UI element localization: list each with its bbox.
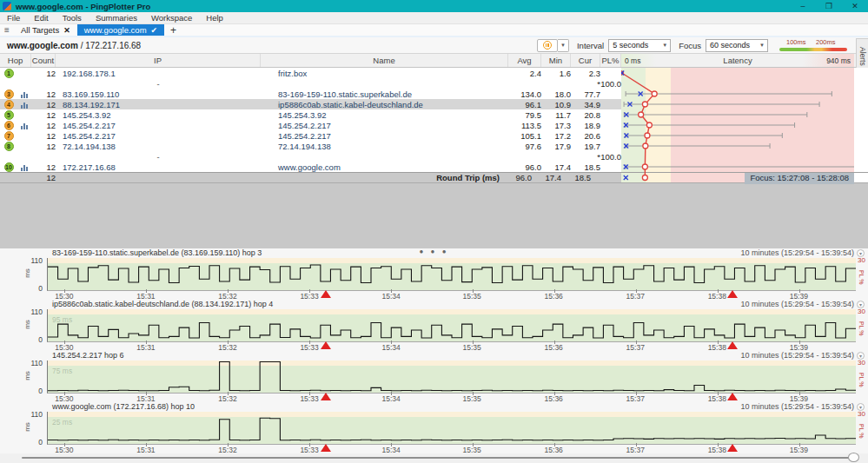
timeline-x-axis: 15:3015:3115:3215:3315:3415:3515:3615:37… [47, 291, 856, 300]
legend-gradient-bar [779, 48, 847, 51]
timeline-period-selector[interactable]: 10 minutes (15:29:54 - 15:39:54)▾ [740, 351, 865, 360]
ip-cell: 145.254.2.217 [56, 121, 261, 130]
tab-www-google-com[interactable]: www.google.com ✔ [77, 24, 164, 36]
menu-item-workspace[interactable]: Workspace [144, 12, 199, 24]
timeline-graph-hop: 145.254.2.217 hop 610 minutes (15:29:54 … [0, 351, 868, 402]
title-bar: www.google.com - PingPlotter Pro – ❐ ✕ [0, 0, 868, 12]
name-cell: 72.14.194.138 [261, 142, 508, 151]
ip-cell: 88.134.192.171 [56, 100, 261, 109]
time-scrollbar-track[interactable] [22, 457, 856, 459]
close-button[interactable]: ✕ [842, 0, 868, 12]
hop-cell: 5 [0, 110, 17, 120]
splitter-area[interactable] [0, 183, 868, 248]
timeline-plot[interactable]: 95 ms [47, 309, 856, 342]
timeline-y-axis: 110ms0 [0, 360, 45, 394]
hop-cell: 3 [0, 89, 17, 99]
tab-all-targets[interactable]: All Targets ✕ [14, 24, 77, 36]
pause-dropdown-button[interactable]: ▼ [558, 39, 569, 52]
menu-item-tools[interactable]: Tools [56, 12, 89, 24]
timeline-plot[interactable]: 25 ms [47, 412, 856, 445]
cur-cell: 19.7 [571, 142, 600, 151]
col-header-ip[interactable]: IP [56, 54, 261, 67]
tab-all-targets-label: All Targets [21, 25, 59, 35]
ip-cell: 192.168.178.1 [56, 69, 261, 78]
hamburger-icon[interactable]: ≡ [0, 24, 14, 36]
hop-badge: 4 [4, 100, 14, 109]
hop-cell: 8 [0, 142, 17, 151]
timeline-period-selector[interactable]: 10 minutes (15:29:54 - 15:39:54)▾ [740, 300, 865, 308]
count-cell: 12 [31, 100, 56, 109]
min-cell: 11.7 [541, 110, 571, 120]
timeline-period-selector[interactable]: 10 minutes (15:29:54 - 15:39:54)▾ [740, 402, 865, 411]
menu-item-file[interactable]: File [0, 12, 27, 24]
timeline-graph-icon [17, 122, 31, 129]
timeline-graph-icon [17, 69, 31, 77]
timeline-y-axis: 110ms0 [0, 258, 45, 291]
avg-cell: 105.1 [508, 131, 541, 141]
packet-loss-marker-icon [321, 393, 331, 400]
tab-active-label: www.google.com [84, 25, 147, 35]
minimize-button[interactable]: – [790, 0, 816, 12]
round-trip-min: 17.4 [532, 173, 561, 182]
cur-cell: 20.8 [571, 110, 600, 120]
col-header-cur[interactable]: Cur [571, 54, 600, 67]
timeline-x-axis: 15:3015:3115:3215:3315:3415:3515:3615:37… [47, 445, 856, 453]
timeline-packet-loss-axis: 30PL % [856, 309, 868, 347]
timeline-graph-hop: ip5886c0ab.static.kabel-deutschland.de (… [0, 300, 868, 351]
avg-cell: 79.5 [508, 110, 541, 120]
hop-badge: 8 [4, 142, 14, 151]
timeline-x-axis: 15:3015:3115:3215:3315:3415:3515:3615:37… [47, 342, 856, 351]
timeline-period-label: 10 minutes (15:29:54 - 15:39:54) [740, 248, 854, 257]
round-trip-count: 12 [31, 173, 56, 182]
timeline-graph-icon [17, 142, 31, 150]
min-cell: 17.9 [541, 142, 571, 151]
timeline-x-axis: 15:3015:3115:3215:3315:3415:3515:3615:37… [47, 394, 856, 402]
col-header-count[interactable]: Count [31, 54, 56, 67]
min-cell: 17.4 [541, 162, 571, 172]
packet-loss-marker-icon [727, 341, 738, 349]
chevron-down-icon: ▼ [759, 43, 765, 48]
timeline-graph-icon [17, 80, 31, 88]
chevron-down-icon: ▼ [662, 43, 667, 48]
timeline-graphs: ● ● ● 83-169-159-110.static.superkabel.d… [0, 248, 868, 453]
new-tab-button[interactable]: + [164, 24, 182, 36]
legend-200ms-label: 200ms [816, 38, 836, 46]
hop-cell: 4 [0, 100, 17, 109]
target-name: www.google.com [7, 41, 78, 50]
time-scrollbar-thumb[interactable] [848, 453, 859, 462]
col-header-avg[interactable]: Avg [508, 54, 541, 67]
cur-cell: 18.5 [571, 162, 600, 172]
menu-item-help[interactable]: Help [199, 12, 230, 24]
timeline-packet-loss-axis: 30PL % [856, 360, 868, 399]
menu-item-edit[interactable]: Edit [27, 12, 55, 24]
name-cell: fritz.box [261, 69, 508, 78]
menu-bar: FileEditToolsSummariesWorkspaceHelp [0, 12, 868, 24]
col-header-hop[interactable]: Hop [0, 54, 31, 67]
maximize-button[interactable]: ❐ [816, 0, 842, 12]
timeline-graph-hop: 83-169-159-110.static.superkabel.de (83.… [0, 248, 868, 300]
timeline-graph-icon [17, 163, 31, 171]
timeline-plot[interactable] [47, 258, 856, 291]
timeline-period-selector[interactable]: 10 minutes (15:29:54 - 15:39:54)▾ [740, 248, 865, 257]
timeline-plot[interactable]: 75 ms [47, 360, 856, 394]
hop-badge: 6 [4, 121, 14, 130]
cur-cell: * [571, 79, 600, 89]
col-header-name[interactable]: Name [261, 54, 508, 67]
col-header-latency: 0 ms Latency 940 ms [621, 54, 854, 67]
focus-select[interactable]: 60 seconds ▼ [706, 39, 768, 52]
pause-control: ▼ [537, 39, 569, 52]
pause-button[interactable] [537, 39, 558, 52]
focus-label: Focus [679, 41, 701, 50]
hop-badge: 3 [4, 89, 14, 99]
count-cell: 12 [31, 131, 56, 141]
ip-cell: 172.217.16.68 [56, 162, 261, 172]
col-header-pl[interactable]: PL% [600, 54, 621, 67]
interval-select[interactable]: 5 seconds ▼ [608, 39, 671, 52]
count-cell: 12 [31, 69, 56, 78]
hop-cell: 10 [0, 162, 17, 172]
ip-cell: 145.254.3.92 [56, 110, 261, 120]
cur-cell: 34.9 [571, 100, 600, 109]
menu-item-summaries[interactable]: Summaries [89, 12, 144, 24]
tab-close-icon[interactable]: ✕ [63, 26, 70, 35]
col-header-min[interactable]: Min [541, 54, 571, 67]
